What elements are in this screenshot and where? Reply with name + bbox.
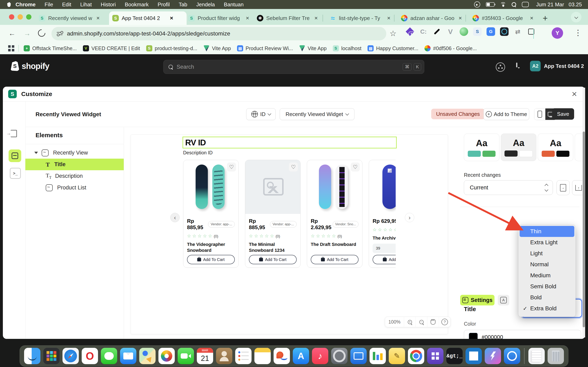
apps-grid-icon[interactable]: [8, 45, 14, 51]
import-changes-button[interactable]: →: [557, 180, 570, 195]
add-to-cart-button[interactable]: Add To Cart: [311, 255, 359, 264]
safari-icon[interactable]: [62, 348, 79, 364]
weight-option-bold[interactable]: Bold: [520, 292, 574, 303]
close-tab-icon[interactable]: ×: [458, 15, 462, 21]
messages-icon[interactable]: [101, 348, 117, 364]
sync-extension-icon[interactable]: ⇄: [513, 27, 522, 36]
close-modal-icon[interactable]: ×: [572, 89, 577, 99]
variant-pill[interactable]: 39: [373, 244, 396, 253]
exit-icon[interactable]: [11, 130, 17, 137]
zoom-in-button[interactable]: +: [404, 317, 415, 327]
menu-edit[interactable]: Edit: [62, 1, 71, 8]
finder-icon[interactable]: [24, 348, 40, 364]
maximize-window-button[interactable]: [26, 14, 31, 20]
menu-bantuan[interactable]: Bantuan: [224, 1, 243, 8]
menubar-clock-date[interactable]: Jum 21 Mar: [536, 1, 564, 8]
color-input[interactable]: #000000: [464, 330, 581, 339]
product-card[interactable]: ♡ Rp 2.629,95 Vendor: Sno... ☆ ☆ ☆ ☆ ☆(0…: [307, 160, 362, 268]
url-text[interactable]: admin.shopify.com/store/app-test-0404-2/…: [67, 30, 230, 37]
product-name[interactable]: The Videographer Snowboard: [187, 242, 235, 253]
close-tab-icon[interactable]: ×: [314, 15, 318, 21]
close-window-button[interactable]: [9, 14, 14, 20]
chrome-icon[interactable]: [408, 348, 424, 364]
tree-item-title-selected[interactable]: T Title: [25, 159, 124, 170]
menu-lihat[interactable]: Lihat: [80, 1, 92, 8]
theme-preset-3[interactable]: Aa: [538, 133, 573, 161]
code-rail-button[interactable]: >_: [10, 168, 21, 179]
opera-icon[interactable]: O: [82, 348, 98, 364]
zoom-out-button[interactable]: −: [415, 317, 427, 327]
react-devtools-icon[interactable]: [500, 27, 509, 36]
mobile-preview-button[interactable]: [534, 108, 545, 120]
inspector-scrollbar[interactable]: [582, 88, 585, 337]
freeform-icon[interactable]: [274, 348, 290, 364]
bookmark-happy-customer[interactable]: ▤Happy Customer...: [367, 45, 418, 51]
tab-sebelum-filter[interactable]: ✻ Sebelum Filter Tre ×: [254, 11, 326, 25]
music-icon[interactable]: ♪: [312, 348, 328, 364]
bookmark-star-icon[interactable]: ☆: [389, 29, 397, 38]
language-id-select[interactable]: ID: [246, 108, 276, 120]
spotlight-search-icon[interactable]: [512, 2, 516, 7]
tab-product-filter[interactable]: S Product filter widg ×: [185, 11, 255, 25]
scrollbar-thumb[interactable]: [583, 132, 585, 327]
weight-option-extra-light[interactable]: Extra Light: [520, 237, 574, 248]
bookmark-vite-app-2[interactable]: Vite App: [299, 45, 327, 51]
menu-histori[interactable]: Histori: [101, 1, 116, 8]
extension-c-icon[interactable]: C:: [419, 27, 428, 36]
bookmark-localhost[interactable]: Slocalhost: [333, 45, 362, 51]
browser-menu-kebab-icon[interactable]: ⋮: [574, 28, 582, 37]
vscode-icon[interactable]: [466, 348, 482, 364]
menu-jendela[interactable]: Jendela: [196, 1, 215, 8]
maps-icon[interactable]: [139, 348, 156, 364]
weight-option-light[interactable]: Light: [520, 248, 574, 259]
system-settings-icon[interactable]: [331, 348, 347, 364]
wishlist-heart-icon[interactable]: ♡: [289, 162, 298, 171]
mail-icon[interactable]: [120, 348, 136, 364]
playback-status-icon[interactable]: ▶: [474, 1, 480, 8]
profile-avatar[interactable]: Y: [552, 27, 563, 39]
tab-adzan-ashar[interactable]: G adzan ashar - Goo ×: [398, 11, 470, 25]
tab-search-chevron-button[interactable]: [571, 12, 581, 22]
tab-recently-viewed[interactable]: S Recently viewed w ×: [35, 11, 109, 25]
carousel-prev-button[interactable]: ‹: [170, 213, 180, 222]
control-center-icon[interactable]: [522, 2, 529, 7]
calendar-icon[interactable]: MAR 21: [197, 348, 213, 364]
add-to-theme-button[interactable]: + Add to Theme: [484, 108, 529, 120]
trash-icon[interactable]: [548, 348, 564, 364]
color-swatch[interactable]: [468, 333, 478, 339]
battery-icon[interactable]: [486, 2, 494, 7]
close-tab-icon[interactable]: ×: [387, 15, 390, 21]
leaf-extension-icon[interactable]: [459, 27, 468, 36]
site-settings-icon[interactable]: [57, 31, 63, 36]
tab-translations[interactable]: A: [498, 295, 509, 305]
add-to-cart-button[interactable]: Add To Cart: [187, 255, 235, 264]
weight-option-extra-bold-checked[interactable]: ✓ Extra Bold: [520, 303, 574, 314]
eyedropper-extension-icon[interactable]: [433, 27, 441, 36]
shopify-logo[interactable]: S shopify: [11, 61, 49, 71]
product-card[interactable]: ♡ Rp 629,95 ☆ ☆ ☆ ☆ ☆(0) The Archived S …: [369, 160, 396, 268]
terminal-icon[interactable]: &gt;_: [446, 348, 463, 364]
tree-group-recently-view[interactable]: Recently View: [25, 147, 124, 159]
contacts-icon[interactable]: [216, 348, 232, 364]
documents-stack-icon[interactable]: [528, 348, 545, 364]
theme-preset-2[interactable]: Aa: [501, 133, 536, 161]
apple-menu-icon[interactable]: [7, 2, 11, 7]
weight-option-thin[interactable]: Thin: [520, 226, 574, 237]
wishlist-heart-icon[interactable]: ♡: [351, 162, 360, 171]
s-extension-icon[interactable]: S: [473, 27, 482, 36]
bookmark-0df506[interactable]: #0df506 - Google...: [424, 45, 477, 51]
close-tab-icon[interactable]: ×: [530, 15, 533, 21]
stickies-icon[interactable]: ✎: [389, 348, 405, 364]
menu-tab[interactable]: Tab: [179, 1, 187, 8]
product-name[interactable]: The Archived S: [373, 235, 396, 241]
wifi-icon[interactable]: [500, 2, 506, 7]
new-tab-button[interactable]: +: [543, 13, 548, 23]
tab-35f403[interactable]: G #35f403 - Google ×: [469, 11, 541, 25]
carousel-next-button[interactable]: ›: [405, 213, 414, 222]
weight-option-semi-bold[interactable]: Semi Bold: [520, 281, 574, 292]
screen-sharing-icon[interactable]: [350, 348, 367, 364]
facetime-icon[interactable]: [178, 348, 194, 364]
photos-icon[interactable]: [158, 348, 175, 364]
theme-preset-1[interactable]: Aa: [464, 133, 499, 161]
widgets-rail-button-active[interactable]: [9, 150, 21, 162]
